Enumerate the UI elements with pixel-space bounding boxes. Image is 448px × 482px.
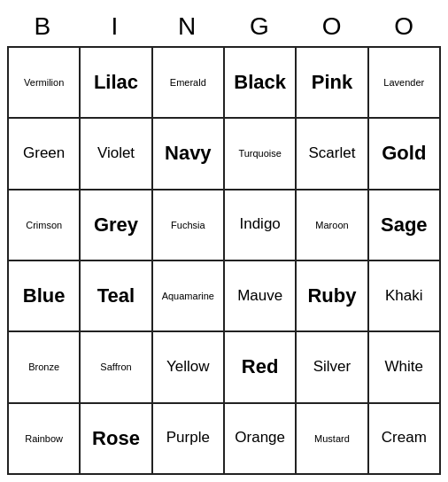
bingo-card: BINGOO VermilionLilacEmeraldBlackPinkLav… xyxy=(7,7,441,475)
bingo-cell-4-2: Yellow xyxy=(153,332,225,403)
bingo-grid: VermilionLilacEmeraldBlackPinkLavenderGr… xyxy=(7,46,441,475)
bingo-cell-3-4: Ruby xyxy=(297,261,368,332)
bingo-cell-5-5: Cream xyxy=(369,404,441,475)
bingo-cell-1-3: Turquoise xyxy=(225,119,297,190)
bingo-cell-4-4: Silver xyxy=(297,332,368,403)
header-letter-g-3: G xyxy=(224,7,297,46)
bingo-cell-0-0: Vermilion xyxy=(9,48,81,119)
bingo-cell-5-1: Rose xyxy=(81,404,152,475)
header-letter-b-0: B xyxy=(7,7,80,46)
bingo-cell-4-1: Saffron xyxy=(81,332,152,403)
bingo-cell-1-1: Violet xyxy=(81,119,152,190)
bingo-cell-2-3: Indigo xyxy=(225,190,297,261)
bingo-cell-0-3: Black xyxy=(225,48,297,119)
bingo-row-4: BronzeSaffronYellowRedSilverWhite xyxy=(9,332,441,403)
bingo-header: BINGOO xyxy=(7,7,441,46)
bingo-cell-3-1: Teal xyxy=(81,261,152,332)
bingo-row-0: VermilionLilacEmeraldBlackPinkLavender xyxy=(9,48,441,119)
bingo-cell-0-4: Pink xyxy=(297,48,368,119)
bingo-cell-2-4: Maroon xyxy=(297,190,368,261)
bingo-cell-0-5: Lavender xyxy=(369,48,441,119)
bingo-cell-0-2: Emerald xyxy=(153,48,225,119)
bingo-cell-3-5: Khaki xyxy=(369,261,441,332)
bingo-cell-4-5: White xyxy=(369,332,441,403)
bingo-row-3: BlueTealAquamarineMauveRubyKhaki xyxy=(9,261,441,332)
bingo-cell-1-2: Navy xyxy=(153,119,225,190)
bingo-cell-3-0: Blue xyxy=(9,261,81,332)
bingo-cell-2-5: Sage xyxy=(369,190,441,261)
bingo-row-2: CrimsonGreyFuchsiaIndigoMaroonSage xyxy=(9,190,441,261)
bingo-row-1: GreenVioletNavyTurquoiseScarletGold xyxy=(9,119,441,190)
bingo-cell-4-0: Bronze xyxy=(9,332,81,403)
bingo-cell-0-1: Lilac xyxy=(81,48,152,119)
bingo-cell-5-3: Orange xyxy=(225,404,297,475)
bingo-cell-3-2: Aquamarine xyxy=(153,261,225,332)
bingo-cell-5-2: Purple xyxy=(153,404,225,475)
bingo-cell-2-2: Fuchsia xyxy=(153,190,225,261)
header-letter-i-1: I xyxy=(80,7,152,46)
bingo-cell-2-1: Grey xyxy=(81,190,152,261)
bingo-cell-5-4: Mustard xyxy=(297,404,368,475)
bingo-cell-5-0: Rainbow xyxy=(9,404,81,475)
header-letter-o-5: O xyxy=(368,7,441,46)
bingo-cell-3-3: Mauve xyxy=(225,261,297,332)
bingo-cell-1-0: Green xyxy=(9,119,81,190)
header-letter-o-4: O xyxy=(297,7,369,46)
bingo-cell-1-4: Scarlet xyxy=(297,119,368,190)
bingo-cell-2-0: Crimson xyxy=(9,190,81,261)
bingo-row-5: RainbowRosePurpleOrangeMustardCream xyxy=(9,404,441,475)
bingo-cell-4-3: Red xyxy=(225,332,297,403)
bingo-cell-1-5: Gold xyxy=(369,119,441,190)
header-letter-n-2: N xyxy=(151,7,224,46)
